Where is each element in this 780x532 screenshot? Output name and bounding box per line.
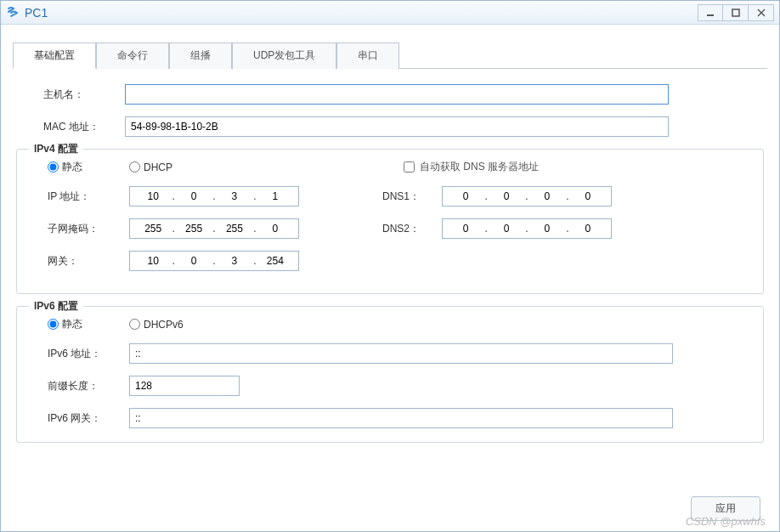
dns2-label: DNS2： bbox=[382, 222, 442, 236]
tab-udp[interactable]: UDP发包工具 bbox=[232, 42, 336, 69]
ipv6-addr-label: IPv6 地址： bbox=[48, 347, 129, 361]
ipv6-static-radio[interactable]: 静态 bbox=[48, 317, 129, 331]
hostname-label: 主机名： bbox=[43, 88, 125, 102]
svg-rect-1 bbox=[732, 9, 739, 16]
ipv6-addr-input[interactable] bbox=[129, 343, 673, 364]
tab-serial[interactable]: 串口 bbox=[336, 42, 399, 69]
hostname-row: 主机名： bbox=[13, 84, 767, 105]
mac-row: MAC 地址： bbox=[13, 116, 767, 137]
apply-button[interactable]: 应用 bbox=[691, 496, 760, 521]
ipv4-dhcp-radio[interactable]: DHCP bbox=[129, 161, 172, 173]
ipv6-legend: IPv6 配置 bbox=[29, 299, 83, 314]
ipv6-prefix-input[interactable] bbox=[129, 376, 240, 396]
window-title: PC1 bbox=[25, 6, 698, 20]
ipv4-autodns-checkbox-input[interactable] bbox=[404, 161, 415, 173]
ipv4-autodns-checkbox[interactable]: 自动获取 DNS 服务器地址 bbox=[404, 160, 539, 174]
tab-basic[interactable]: 基础配置 bbox=[13, 42, 96, 69]
content: 基础配置 命令行 组播 UDP发包工具 串口 主机名： MAC 地址： IPv4… bbox=[1, 25, 779, 531]
ipv6-mode-row: 静态 DHCPv6 bbox=[17, 317, 763, 331]
ipv6-gw-input[interactable] bbox=[129, 408, 673, 428]
ipv4-gw-input[interactable]: . . . bbox=[129, 251, 299, 271]
mac-input[interactable] bbox=[125, 116, 669, 137]
tab-cli[interactable]: 命令行 bbox=[96, 42, 169, 69]
ipv4-gw-row: 网关： . . . bbox=[17, 251, 763, 271]
hostname-input[interactable] bbox=[125, 84, 669, 105]
dns2-input[interactable]: . . . bbox=[442, 218, 612, 239]
ipv6-dhcp-radio[interactable]: DHCPv6 bbox=[129, 319, 184, 331]
ipv4-mode-row: 静态 DHCP 自动获取 DNS 服务器地址 bbox=[17, 160, 763, 174]
dns1-input[interactable]: . . . bbox=[442, 186, 612, 207]
minimize-button[interactable] bbox=[698, 4, 723, 21]
maximize-button[interactable] bbox=[723, 4, 749, 21]
ipv4-ip-row: IP 地址： . . . DNS1： . . . bbox=[17, 186, 763, 207]
titlebar: PC1 bbox=[1, 1, 779, 25]
ipv4-mask-label: 子网掩码： bbox=[48, 222, 129, 236]
ipv4-gw-label: 网关： bbox=[48, 254, 129, 269]
ipv6-dhcp-radio-input[interactable] bbox=[129, 319, 140, 330]
ipv6-prefix-label: 前缀长度： bbox=[48, 379, 129, 393]
tab-multicast[interactable]: 组播 bbox=[169, 42, 232, 69]
ipv6-static-radio-input[interactable] bbox=[48, 319, 59, 330]
ipv6-addr-row: IPv6 地址： bbox=[17, 343, 763, 364]
window: PC1 基础配置 命令行 组播 UDP发包工具 串口 主机名： MAC 地址： … bbox=[0, 0, 780, 532]
ipv4-fieldset: IPv4 配置 静态 DHCP 自动获取 DNS 服务器地址 IP 地址： bbox=[16, 149, 764, 294]
window-buttons bbox=[698, 4, 774, 21]
ipv4-legend: IPv4 配置 bbox=[29, 142, 83, 156]
apply-row: 应用 bbox=[691, 496, 760, 521]
ipv4-mask-input[interactable]: . . . bbox=[129, 218, 299, 239]
mac-label: MAC 地址： bbox=[43, 120, 125, 134]
ipv4-static-radio-input[interactable] bbox=[48, 161, 59, 173]
app-icon bbox=[6, 6, 20, 20]
ipv4-dhcp-radio-input[interactable] bbox=[129, 161, 140, 173]
close-button[interactable] bbox=[749, 4, 774, 21]
ipv4-ip-label: IP 地址： bbox=[48, 190, 129, 204]
tab-bar: 基础配置 命令行 组播 UDP发包工具 串口 bbox=[13, 42, 767, 69]
ipv6-fieldset: IPv6 配置 静态 DHCPv6 IPv6 地址： 前缀长度： bbox=[16, 306, 764, 443]
ipv4-static-radio[interactable]: 静态 bbox=[48, 160, 129, 174]
ipv6-prefix-row: 前缀长度： bbox=[17, 376, 763, 396]
dns1-label: DNS1： bbox=[382, 190, 442, 204]
ipv6-gw-row: IPv6 网关： bbox=[17, 408, 763, 428]
ipv4-mask-row: 子网掩码： . . . DNS2： . . . bbox=[17, 218, 763, 239]
ipv6-gw-label: IPv6 网关： bbox=[48, 411, 129, 426]
ipv4-ip-input[interactable]: . . . bbox=[129, 186, 299, 207]
